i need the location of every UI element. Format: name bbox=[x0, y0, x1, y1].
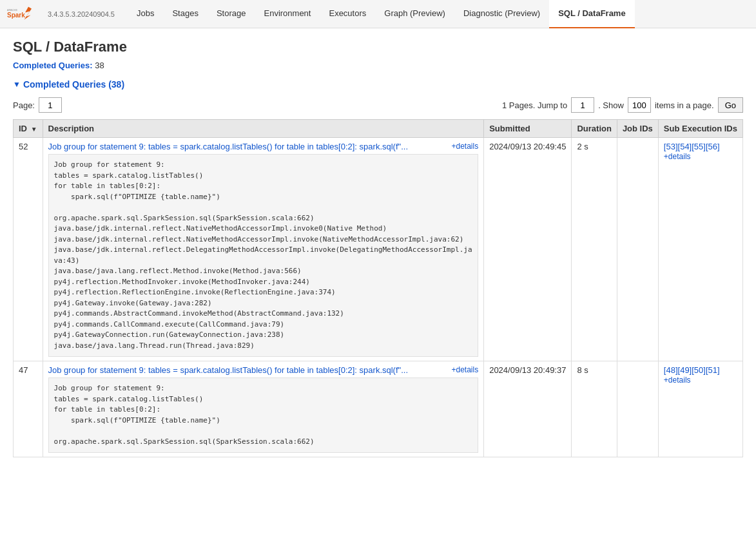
query-duration-cell: 2 s bbox=[572, 138, 617, 361]
spark-logo-icon: APACHE Spark bbox=[6, 4, 45, 24]
query-id-cell: 52 bbox=[14, 138, 43, 361]
sub-execution-details-link[interactable]: +details bbox=[664, 152, 691, 161]
pagination-row: Page: 1 Pages. Jump to . Show items in a… bbox=[13, 97, 743, 113]
query-id-cell: 47 bbox=[14, 361, 43, 457]
completed-queries-summary: Completed Queries: 38 bbox=[13, 61, 743, 70]
section-toggle[interactable]: ▼ Completed Queries (38) bbox=[13, 79, 743, 90]
pages-info: 1 Pages. Jump to bbox=[502, 100, 567, 110]
sub-execution-ids-link[interactable]: [48][49][50][51] bbox=[664, 365, 720, 375]
col-duration: Duration bbox=[572, 120, 617, 138]
sub-execution-ids-link[interactable]: [53][54][55][56] bbox=[664, 142, 720, 151]
show-items-input[interactable] bbox=[628, 97, 651, 113]
completed-queries-count: 38 bbox=[95, 61, 104, 70]
nav-jobs[interactable]: Jobs bbox=[128, 0, 163, 28]
jump-to-input[interactable] bbox=[571, 97, 594, 113]
nav-stages[interactable]: Stages bbox=[163, 0, 207, 28]
table-header-row: ID ▼ Description Submitted Duration Job … bbox=[14, 120, 743, 138]
svg-text:Spark: Spark bbox=[7, 11, 25, 18]
query-job-ids-cell bbox=[617, 361, 658, 457]
queries-table: ID ▼ Description Submitted Duration Job … bbox=[13, 119, 743, 457]
pagination-left: Page: bbox=[13, 97, 62, 113]
show-label: . Show bbox=[598, 100, 624, 110]
col-description: Description bbox=[43, 120, 484, 138]
nav-logo: APACHE Spark 3.4.3.5.3.20240904.5 bbox=[6, 4, 115, 24]
query-duration-cell: 8 s bbox=[572, 361, 617, 457]
query-description-cell: Job group for statement 9: tables = spar… bbox=[43, 138, 484, 361]
query-code-block: Job group for statement 9: tables = spar… bbox=[48, 154, 479, 357]
col-submitted: Submitted bbox=[484, 120, 572, 138]
page-number-input[interactable] bbox=[39, 97, 62, 113]
pagination-right: 1 Pages. Jump to . Show items in a page.… bbox=[502, 97, 743, 113]
query-sub-execution-ids-cell: [53][54][55][56]+details bbox=[658, 138, 742, 361]
nav-bar: APACHE Spark 3.4.3.5.3.20240904.5 Jobs S… bbox=[0, 0, 756, 28]
description-details-link[interactable]: +details bbox=[451, 142, 478, 151]
svg-text:APACHE: APACHE bbox=[7, 8, 17, 11]
table-row: 52Job group for statement 9: tables = sp… bbox=[14, 138, 743, 361]
query-description-cell: Job group for statement 9: tables = spar… bbox=[43, 361, 484, 457]
query-description-link[interactable]: Job group for statement 9: tables = spar… bbox=[48, 142, 408, 151]
col-id[interactable]: ID ▼ bbox=[14, 120, 43, 138]
nav-links: Jobs Stages Storage Environment Executor… bbox=[128, 0, 635, 28]
completed-queries-label: Completed Queries: bbox=[13, 61, 93, 70]
nav-sql-dataframe[interactable]: SQL / DataFrame bbox=[549, 0, 635, 28]
nav-graph[interactable]: Graph (Preview) bbox=[375, 0, 454, 28]
col-sub-execution-ids: Sub Execution IDs bbox=[658, 120, 742, 138]
toggle-arrow-icon: ▼ bbox=[13, 80, 21, 89]
go-button[interactable]: Go bbox=[718, 97, 743, 113]
query-submitted-cell: 2024/09/13 20:49:45 bbox=[484, 138, 572, 361]
query-sub-execution-ids-cell: [48][49][50][51]+details bbox=[658, 361, 742, 457]
query-submitted-cell: 2024/09/13 20:49:37 bbox=[484, 361, 572, 457]
svg-marker-0 bbox=[24, 6, 32, 19]
sort-arrow-icon: ▼ bbox=[31, 126, 37, 133]
query-description-link[interactable]: Job group for statement 9: tables = spar… bbox=[48, 365, 408, 375]
query-code-block: Job group for statement 9: tables = spar… bbox=[48, 377, 479, 453]
page-label: Page: bbox=[13, 100, 35, 110]
table-row: 47Job group for statement 9: tables = sp… bbox=[14, 361, 743, 457]
nav-environment[interactable]: Environment bbox=[255, 0, 320, 28]
items-label: items in a page. bbox=[655, 100, 714, 110]
section-title: Completed Queries (38) bbox=[23, 79, 124, 90]
page-title: SQL / DataFrame bbox=[13, 39, 743, 55]
query-job-ids-cell bbox=[617, 138, 658, 361]
col-job-ids: Job IDs bbox=[617, 120, 658, 138]
sub-execution-details-link[interactable]: +details bbox=[664, 376, 691, 385]
description-details-link[interactable]: +details bbox=[451, 365, 478, 374]
nav-diagnostic[interactable]: Diagnostic (Preview) bbox=[454, 0, 549, 28]
nav-version: 3.4.3.5.3.20240904.5 bbox=[48, 10, 115, 18]
nav-executors[interactable]: Executors bbox=[320, 0, 375, 28]
main-content: SQL / DataFrame Completed Queries: 38 ▼ … bbox=[0, 28, 756, 468]
nav-storage[interactable]: Storage bbox=[208, 0, 255, 28]
